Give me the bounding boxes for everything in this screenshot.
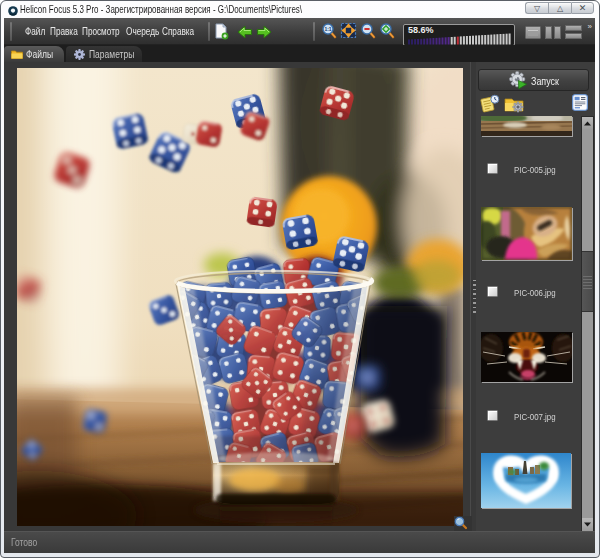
svg-text:1:1: 1:1: [324, 26, 331, 32]
